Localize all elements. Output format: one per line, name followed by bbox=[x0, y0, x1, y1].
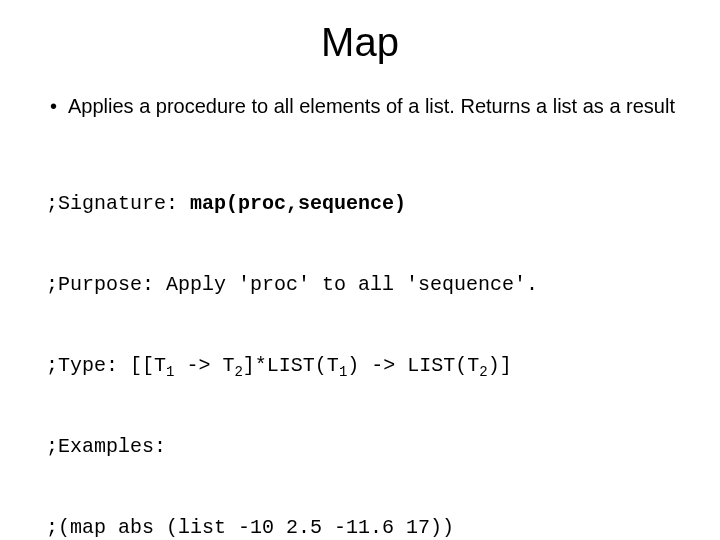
type-d: ) -> LIST(T bbox=[347, 354, 479, 377]
type-a: ;Type: [[T bbox=[46, 354, 166, 377]
sig-bold: map(proc,sequence) bbox=[190, 192, 406, 215]
type-e: )] bbox=[488, 354, 512, 377]
type-b: -> T bbox=[174, 354, 234, 377]
code-line-signature: ;Signature: map(proc,sequence) bbox=[46, 190, 680, 217]
type-c: ]*LIST(T bbox=[243, 354, 339, 377]
type-sub2: 2 bbox=[234, 364, 242, 380]
slide: Map • Applies a procedure to all element… bbox=[0, 0, 720, 540]
slide-title: Map bbox=[40, 20, 680, 65]
bullet-dot: • bbox=[50, 95, 68, 118]
bullet-item: • Applies a procedure to all elements of… bbox=[50, 95, 680, 118]
bullet-text: Applies a procedure to all elements of a… bbox=[68, 95, 675, 118]
code-block: ;Signature: map(proc,sequence) ;Purpose:… bbox=[46, 136, 680, 540]
code-line-examples: ;Examples: bbox=[46, 433, 680, 460]
code-line-type: ;Type: [[T1 -> T2]*LIST(T1) -> LIST(T2)] bbox=[46, 352, 680, 379]
code-line-purpose: ;Purpose: Apply 'proc' to all 'sequence'… bbox=[46, 271, 680, 298]
code-line-ex1: ;(map abs (list -10 2.5 -11.6 17)) bbox=[46, 514, 680, 540]
sig-prefix: ;Signature: bbox=[46, 192, 190, 215]
type-sub4: 2 bbox=[479, 364, 487, 380]
